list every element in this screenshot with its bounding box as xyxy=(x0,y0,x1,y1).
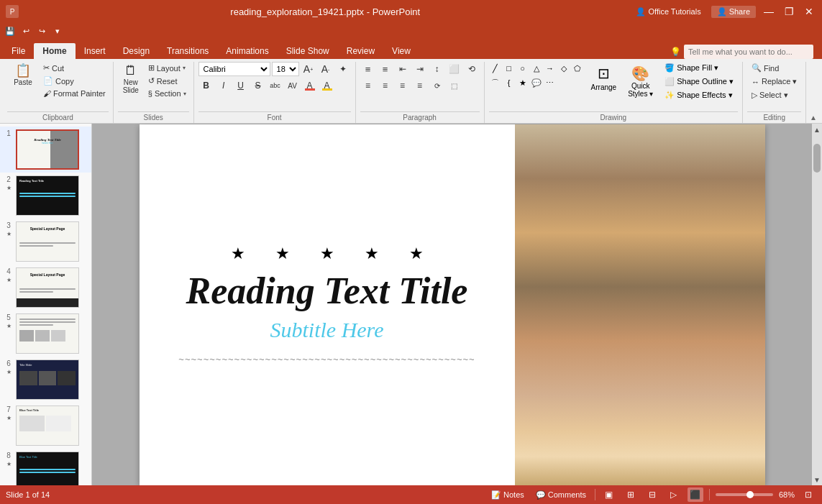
clear-format-button[interactable]: ✦ xyxy=(335,62,351,76)
tab-review[interactable]: Review xyxy=(338,43,383,59)
smartart-convert-button[interactable]: ⟳ xyxy=(429,78,445,93)
justify-button[interactable]: ≡ xyxy=(412,78,428,93)
shape-diamond-btn[interactable]: ◇ xyxy=(557,62,570,75)
tab-design[interactable]: Design xyxy=(114,43,158,59)
tab-slideshow[interactable]: Slide Show xyxy=(278,43,338,59)
align-left-button[interactable]: ≡ xyxy=(360,78,376,93)
copy-button[interactable]: 📄 Copy xyxy=(40,75,109,87)
find-button[interactable]: 🔍 Find xyxy=(747,62,801,74)
slide-panel[interactable]: 1 Reading Text Title Subtitle Here 2 ★ R… xyxy=(0,124,92,485)
tab-animations[interactable]: Animations xyxy=(217,43,277,59)
notes-button[interactable]: 📝 Notes xyxy=(488,489,527,501)
replace-button[interactable]: ↔ Replace ▾ xyxy=(747,75,801,88)
close-button[interactable]: ✕ xyxy=(802,4,816,19)
increase-indent-button[interactable]: ⇥ xyxy=(412,62,428,76)
slide-thumb-7[interactable]: 7 ★ Blue Text Title xyxy=(0,403,91,449)
reading-view-button[interactable]: ▷ xyxy=(666,487,682,502)
shape-line-btn[interactable]: ╱ xyxy=(489,62,502,75)
tell-me-input[interactable] xyxy=(684,45,813,59)
shape-arrow-btn[interactable]: → xyxy=(544,62,557,75)
shape-curve-btn[interactable]: ⌒ xyxy=(489,76,502,89)
redo-qat-button[interactable]: ↪ xyxy=(35,24,49,37)
vertical-align-button[interactable]: ⬚ xyxy=(447,78,462,93)
slideshow-view-button[interactable]: ⬛ xyxy=(688,487,703,502)
minimize-button[interactable]: — xyxy=(762,4,776,19)
tab-home[interactable]: Home xyxy=(34,43,75,59)
scroll-track[interactable] xyxy=(812,135,822,474)
slide-thumb-1[interactable]: 1 Reading Text Title Subtitle Here xyxy=(0,127,91,173)
cut-button[interactable]: ✂ Cut xyxy=(40,62,109,74)
share-button[interactable]: 👤 Share xyxy=(711,6,756,18)
font-shrink-button[interactable]: A- xyxy=(318,62,334,76)
shape-outline-button[interactable]: ⬜ Shape Outline ▾ xyxy=(660,75,738,88)
shape-effects-button[interactable]: ✨ Shape Effects ▾ xyxy=(660,89,738,101)
font-color-button[interactable]: A xyxy=(302,78,318,93)
slide-thumb-5[interactable]: 5 ★ xyxy=(0,311,91,357)
tab-insert[interactable]: Insert xyxy=(76,43,114,59)
shape-more-btn[interactable]: ⋯ xyxy=(544,76,557,89)
comments-button[interactable]: 💬 Comments xyxy=(533,489,589,501)
slide-subtitle[interactable]: Subtitle Here xyxy=(270,318,383,342)
line-spacing-button[interactable]: ↕ xyxy=(429,62,445,76)
normal-view-button[interactable]: ▣ xyxy=(601,487,617,502)
decrease-indent-button[interactable]: ⇤ xyxy=(395,62,411,76)
shape-rect-btn[interactable]: □ xyxy=(503,62,516,75)
reset-button[interactable]: ↺ Reset xyxy=(145,75,189,87)
text-highlight-button[interactable]: A xyxy=(319,78,335,93)
shape-triangle-btn[interactable]: △ xyxy=(530,62,543,75)
text-direction-button[interactable]: ⟲ xyxy=(464,62,480,76)
shape-circle-btn[interactable]: ○ xyxy=(516,62,529,75)
restore-button[interactable]: ❐ xyxy=(782,4,796,19)
shape-pentagon-btn[interactable]: ⬠ xyxy=(571,62,584,75)
bullets-button[interactable]: ≡ xyxy=(360,62,376,76)
arrange-button[interactable]: ⊡ Arrange xyxy=(587,62,621,94)
scroll-thumb[interactable] xyxy=(813,144,821,173)
shape-brace-btn[interactable]: { xyxy=(503,76,516,89)
fit-slide-button[interactable]: ⊡ xyxy=(800,487,816,502)
slide-thumb-6[interactable]: 6 ★ Title Slide xyxy=(0,357,91,403)
slide-thumb-4[interactable]: 4 ★ Special Layout Page xyxy=(0,265,91,311)
slide-thumb-3[interactable]: 3 ★ Special Layout Page xyxy=(0,219,91,265)
font-family-select[interactable]: Calibri xyxy=(198,62,270,76)
strikethrough-button[interactable]: S xyxy=(250,78,266,93)
save-qat-button[interactable]: 💾 xyxy=(3,24,17,37)
tab-view[interactable]: View xyxy=(383,43,419,59)
align-right-button[interactable]: ≡ xyxy=(395,78,411,93)
italic-button[interactable]: I xyxy=(216,78,232,93)
slide-thumb-2[interactable]: 2 ★ Reading Text Title xyxy=(0,173,91,219)
zoom-thumb[interactable] xyxy=(746,491,754,498)
small-caps-button[interactable]: abc xyxy=(268,78,283,93)
vertical-scrollbar[interactable]: ▲ ▼ xyxy=(812,124,822,485)
outline-view-button[interactable]: ⊞ xyxy=(623,487,639,502)
new-slide-button[interactable]: 🗒 New Slide xyxy=(118,62,144,96)
shape-callout-btn[interactable]: 💬 xyxy=(530,76,543,89)
bold-button[interactable]: B xyxy=(198,78,214,93)
section-button[interactable]: § Section ▾ xyxy=(145,88,189,99)
shape-star-btn[interactable]: ★ xyxy=(516,76,529,89)
paste-button[interactable]: 📋 Paste xyxy=(7,62,39,88)
undo-qat-button[interactable]: ↩ xyxy=(19,24,33,37)
char-spacing-button[interactable]: AV xyxy=(285,78,301,93)
format-painter-button[interactable]: 🖌 Format Painter xyxy=(40,88,109,99)
numbering-button[interactable]: ≡ xyxy=(378,62,393,76)
scroll-down-button[interactable]: ▼ xyxy=(812,474,822,485)
shape-fill-button[interactable]: 🪣 Shape Fill ▾ xyxy=(660,62,738,74)
font-size-select[interactable]: 18 xyxy=(272,62,299,76)
slide-canvas[interactable]: ★ ★ ★ ★ ★ Reading Text Title Subtitle He… xyxy=(140,124,765,485)
zoom-slider[interactable] xyxy=(716,493,773,496)
layout-button[interactable]: ⊞ Layout ▾ xyxy=(145,62,189,74)
align-center-button[interactable]: ≡ xyxy=(378,78,393,93)
slide-sorter-button[interactable]: ⊟ xyxy=(644,487,660,502)
tab-transitions[interactable]: Transitions xyxy=(158,43,217,59)
font-grow-button[interactable]: A+ xyxy=(301,62,316,76)
slide-title[interactable]: Reading Text Title xyxy=(186,270,468,311)
columns-button[interactable]: ⬜ xyxy=(447,62,462,76)
scroll-up-button[interactable]: ▲ xyxy=(812,124,822,135)
tab-file[interactable]: File xyxy=(3,43,34,59)
quick-styles-button[interactable]: 🎨 Quick Styles ▾ xyxy=(624,62,657,101)
office-tutorials-link[interactable]: 👤 Office Tutorials xyxy=(631,6,705,18)
customize-qat-button[interactable]: ▾ xyxy=(50,24,65,37)
ribbon-collapse-button[interactable]: ▲ xyxy=(808,111,819,123)
select-button[interactable]: ▷ Select ▾ xyxy=(747,89,801,101)
slide-thumb-8[interactable]: 8 ★ Blue Text Title xyxy=(0,449,91,485)
